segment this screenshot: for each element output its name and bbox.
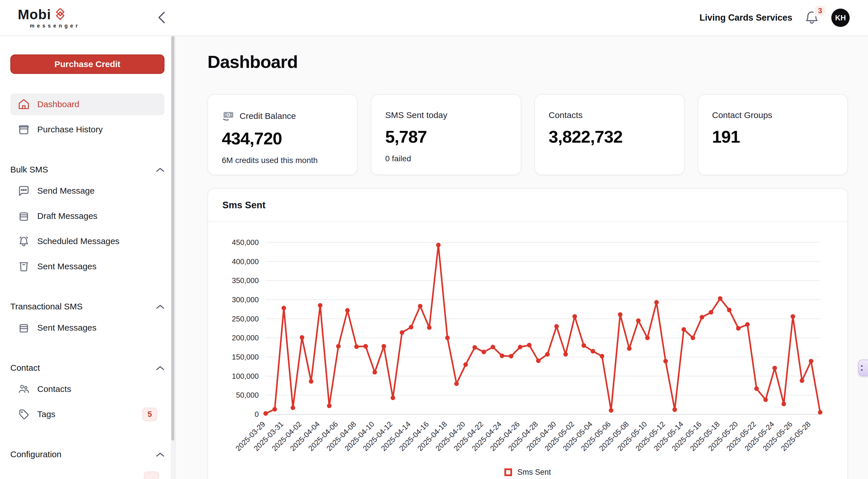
svg-text:450,000: 450,000 <box>232 238 259 247</box>
legend-swatch-icon <box>504 469 512 476</box>
floating-widget-handle[interactable] <box>858 359 868 376</box>
sidebar-item-sent-messages-transactional[interactable]: Sent Messages <box>10 317 164 339</box>
home-icon <box>18 98 30 110</box>
sidebar-item-draft-messages[interactable]: Draft Messages <box>10 205 164 227</box>
sidebar-item-label: Scheduled Messages <box>37 236 120 246</box>
sidebar-item-scheduled-messages[interactable]: Scheduled Messages <box>10 230 164 252</box>
avatar[interactable]: KH <box>831 9 850 27</box>
bell-icon <box>18 235 30 247</box>
section-label: Transactional SMS <box>10 302 83 311</box>
sidebar-item-contacts[interactable]: Contacts <box>10 378 164 400</box>
svg-text:300,000: 300,000 <box>232 295 259 304</box>
purchase-credit-button[interactable]: Purchase Credit <box>10 55 164 74</box>
stats-row: Credit Balance 434,720 6M credits used t… <box>208 94 848 175</box>
tag-icon <box>18 408 30 420</box>
drafts-box-icon <box>18 210 30 222</box>
legend-item-sms-sent[interactable]: Sms Sent <box>208 468 847 479</box>
section-label: Configuration <box>10 449 61 459</box>
sms-sent-chart-card: Sms Sent 050,000100,000150,000200,000250… <box>208 188 848 479</box>
chevron-left-icon <box>157 10 166 25</box>
sidebar-section-configuration[interactable]: Configuration <box>10 448 164 461</box>
top-header: Mobi messenger Living Cards Services <box>0 0 868 36</box>
svg-text:50,000: 50,000 <box>236 391 259 400</box>
svg-text:250,000: 250,000 <box>232 315 259 323</box>
stat-label: SMS Sent today <box>385 110 447 120</box>
chevron-up-icon <box>156 363 164 373</box>
stat-value: 434,720 <box>222 129 343 149</box>
stat-card-contacts: Contacts 3,822,732 <box>534 94 685 175</box>
sidebar-item-label: Send Message <box>37 186 95 196</box>
section-label: Bulk SMS <box>10 165 48 174</box>
stat-card-contact-groups: Contact Groups 191 <box>698 94 848 175</box>
svg-text:100,000: 100,000 <box>232 372 259 380</box>
page-title: Dashboard <box>208 52 848 72</box>
stat-caption: 6M credits used this month <box>222 156 343 165</box>
app-root: Mobi messenger Living Cards Services <box>0 0 868 479</box>
sidebar-section-transactional-sms[interactable]: Transactional SMS <box>10 300 164 313</box>
chevron-up-icon <box>156 165 164 174</box>
notifications-button[interactable]: 3 <box>805 10 819 25</box>
svg-text:0: 0 <box>255 410 259 419</box>
sidebar-item-label: Sent Messages <box>37 323 97 332</box>
chart-plot-area: 050,000100,000150,000200,000250,000300,0… <box>208 222 847 468</box>
sent-tray-icon <box>18 260 30 273</box>
archive-icon <box>18 124 30 135</box>
logo: Mobi messenger <box>18 7 80 29</box>
sidebar-item-sent-messages-bulk[interactable]: Sent Messages <box>10 256 164 277</box>
sidebar-item-purchase-history[interactable]: Purchase History <box>10 119 164 140</box>
stat-label: Credit Balance <box>240 111 296 121</box>
chevron-up-icon <box>156 302 164 311</box>
main-content: Dashboard Credit Balance <box>175 36 868 479</box>
logo-brand-text: Mobi <box>18 7 51 22</box>
sidebar-section-contact[interactable]: Contact <box>10 361 164 374</box>
stat-card-credit-balance: Credit Balance 434,720 6M credits used t… <box>208 94 358 175</box>
chart-title: Sms Sent <box>222 200 266 210</box>
sidebar-item-send-message[interactable]: Send Message <box>10 180 164 202</box>
legend-label: Sms Sent <box>517 468 551 477</box>
sidebar-item-label: Purchase History <box>37 125 102 134</box>
chevron-up-icon <box>156 449 164 459</box>
tags-count-badge: 5 <box>143 408 157 421</box>
sidebar-item-tags[interactable]: Tags 5 <box>10 403 164 425</box>
svg-text:150,000: 150,000 <box>232 353 259 361</box>
stat-card-sms-sent-today: SMS Sent today 5,787 0 failed <box>371 94 521 175</box>
sidebar-item-label: Contacts <box>37 384 71 394</box>
sidebar-item-label: Draft Messages <box>37 211 97 221</box>
stat-value: 5,787 <box>385 127 507 147</box>
stat-label: Contacts <box>549 110 583 120</box>
stat-label: Contact Groups <box>712 110 772 120</box>
stat-caption: 0 failed <box>385 154 507 163</box>
svg-text:200,000: 200,000 <box>232 333 259 342</box>
stat-value: 3,822,732 <box>549 127 670 147</box>
sidebar-item-label: Dashboard <box>37 99 80 109</box>
sidebar-item-dashboard[interactable]: Dashboard <box>10 93 164 115</box>
svg-text:350,000: 350,000 <box>232 276 259 285</box>
section-label: Contact <box>10 363 40 373</box>
archive-icon <box>18 322 30 334</box>
sidebar-collapse-button[interactable] <box>154 9 169 26</box>
chat-bubble-icon <box>18 185 30 197</box>
svg-text:400,000: 400,000 <box>232 257 259 266</box>
logo-subtitle: messenger <box>30 23 80 29</box>
sidebar-scrollbar-thumb[interactable] <box>172 36 174 441</box>
line-chart: 050,000100,000150,000200,000250,000300,0… <box>218 229 832 465</box>
sidebar-item-label: Tags <box>37 409 55 419</box>
sidebar: Purchase Credit Dashboard Purchase Histo… <box>0 36 175 479</box>
logo-diamond-icon <box>54 8 66 21</box>
chart-header: Sms Sent <box>208 189 847 222</box>
sidebar-section-bulk-sms[interactable]: Bulk SMS <box>10 163 164 176</box>
notification-count-badge: 3 <box>815 6 826 16</box>
people-icon <box>18 383 30 395</box>
sidebar-item-label: Sent Messages <box>37 261 97 271</box>
stat-value: 191 <box>712 127 834 147</box>
cutoff-badge <box>144 472 159 479</box>
sidebar-scrollbar-track[interactable] <box>171 36 175 479</box>
banknote-icon <box>222 110 235 122</box>
workspace-name: Living Cards Services <box>700 12 792 23</box>
